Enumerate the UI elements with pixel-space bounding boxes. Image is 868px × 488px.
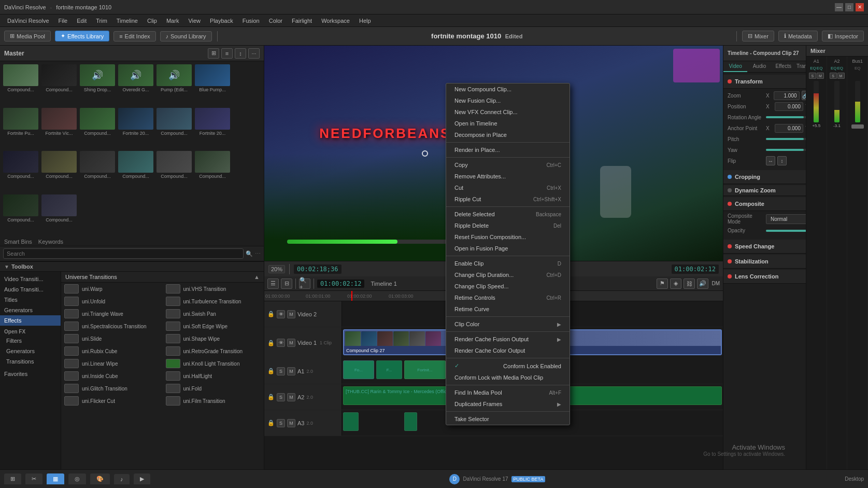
ctx-enable-clip[interactable]: Enable ClipD	[446, 258, 570, 269]
menu-workspace[interactable]: Workspace	[317, 17, 354, 25]
list-item[interactable]: uni.Unfold	[61, 295, 163, 308]
track-lock-icon-v1[interactable]: 🔒	[267, 340, 275, 346]
menu-mark[interactable]: Mark	[162, 17, 183, 25]
ctx-new-compound-clip[interactable]: New Compound Clip...	[446, 83, 570, 95]
ctx-new-fusion-clip[interactable]: New Fusion Clip...	[446, 95, 570, 106]
ctx-render-cache-color[interactable]: Render Cache Color Output	[446, 345, 570, 356]
search-input[interactable]	[3, 248, 244, 259]
ctx-conform-lock-media-pool[interactable]: Conform Lock with Media Pool Clip	[446, 372, 570, 383]
tab-effects[interactable]: Effects	[772, 61, 795, 72]
ctx-copy[interactable]: CopyCtrl+C	[446, 159, 570, 171]
list-item[interactable]: uni.Flicker Cut	[61, 395, 163, 407]
ctx-find-in-media-pool[interactable]: Find In Media PoolAlt+F	[446, 387, 570, 398]
ctx-take-selector[interactable]: Take Selector	[446, 413, 570, 425]
m-btn-a1[interactable]: M	[817, 73, 824, 79]
list-item[interactable]: uni.Turbulence Transition	[163, 295, 264, 308]
media-pool-sort-btn[interactable]: ↕	[235, 48, 246, 59]
list-item[interactable]: 🔊 Overedit G...	[117, 63, 154, 106]
list-item[interactable]: Compound...	[2, 63, 39, 106]
ctx-change-duration[interactable]: Change Clip Duration...Ctrl+D	[446, 269, 570, 281]
list-item[interactable]: Compound...	[194, 150, 231, 192]
media-pool-list-btn[interactable]: ≡	[221, 48, 233, 59]
smart-bins-label[interactable]: Smart Bins	[4, 239, 32, 245]
list-item[interactable]: uni.RetroGrade Transition	[163, 345, 264, 357]
audio-clip-a3[interactable]	[343, 412, 359, 431]
list-item[interactable]: uni.Knoll Light Transition	[163, 357, 264, 370]
universe-close-icon[interactable]: ▲	[254, 274, 260, 280]
ctx-decompose[interactable]: Decompose in Place	[446, 129, 570, 141]
list-item[interactable]: uni.Warp	[61, 283, 163, 295]
list-item[interactable]: uni.Swish Pan	[163, 308, 264, 320]
menu-edit[interactable]: Edit	[73, 17, 91, 25]
list-item[interactable]: uni.HalfLight	[163, 370, 264, 382]
eq-btn-a1[interactable]: EQ	[810, 66, 816, 71]
menu-help[interactable]: Help	[355, 17, 375, 25]
effects-library-button[interactable]: ✦ Effects Library	[55, 31, 109, 41]
list-item[interactable]: Compound...	[79, 150, 116, 192]
sidebar-item-video-transitions[interactable]: Video Transiti...	[0, 274, 61, 284]
ctx-ripple-delete[interactable]: Ripple DeleteDel	[446, 220, 570, 231]
tab-media[interactable]: ⊞	[4, 473, 21, 484]
tab-deliver[interactable]: ▶	[134, 473, 150, 484]
sidebar-item-transitions[interactable]: Transitions	[0, 356, 61, 367]
track-m-btn-a2[interactable]: M	[287, 393, 295, 401]
list-item[interactable]: Blue Pump...	[194, 63, 231, 106]
list-item[interactable]: uni.Soft Edge Wipe	[163, 320, 264, 332]
tl-flag-btn[interactable]: ⚑	[657, 278, 668, 289]
track-mute-btn-v2[interactable]: M	[287, 310, 295, 318]
menu-clip[interactable]: Clip	[143, 17, 161, 25]
timeline-zoom-in-btn[interactable]: 🔍+	[299, 278, 310, 289]
menu-color[interactable]: Color	[265, 17, 287, 25]
edit-index-button[interactable]: ≡ Edit Index	[113, 31, 155, 41]
toolbox-header[interactable]: ▼ Toolbox	[0, 262, 264, 272]
audio-clip-a3-2[interactable]	[404, 412, 417, 431]
ctx-conform-lock-enabled[interactable]: ✓Conform Lock Enabled	[446, 360, 570, 372]
ctx-change-speed[interactable]: Change Clip Speed...	[446, 281, 570, 292]
list-item[interactable]: Compound...	[40, 63, 78, 106]
tab-fairlight[interactable]: ♪	[114, 474, 130, 484]
list-item[interactable]: Compound...	[155, 150, 193, 192]
list-item[interactable]: Compound...	[2, 193, 39, 236]
sound-library-button[interactable]: ♪ Sound Library	[160, 31, 212, 41]
tl-marker-btn[interactable]: ◈	[670, 278, 681, 289]
ctx-render-in-place[interactable]: Render in Place...	[446, 144, 570, 156]
list-item[interactable]: Fortnite 20...	[194, 107, 231, 149]
list-item[interactable]: Compound...	[155, 107, 193, 149]
sidebar-item-favorites[interactable]: Favorites	[0, 369, 61, 379]
m-btn-a2[interactable]: M	[837, 73, 845, 79]
maximize-button[interactable]: □	[845, 3, 853, 11]
menu-fusion[interactable]: Fusion	[238, 17, 264, 25]
mixer-button[interactable]: ⊟ Mixer	[742, 31, 774, 41]
list-item[interactable]: Compound...	[117, 150, 154, 192]
ctx-cut[interactable]: CutCtrl+X	[446, 182, 570, 193]
track-eye-btn-v2[interactable]: 👁	[277, 310, 285, 318]
menu-davinci[interactable]: DaVinci Resolve	[3, 17, 53, 25]
sidebar-item-effects[interactable]: Effects	[0, 315, 61, 326]
tab-color[interactable]: 🎨	[90, 473, 110, 484]
s-btn-a1[interactable]: S	[809, 73, 816, 79]
menu-fairlight[interactable]: Fairlight	[288, 17, 316, 25]
list-item[interactable]: uni.Shape Wipe	[163, 332, 264, 345]
ctx-duplicated-frames[interactable]: Duplicated Frames▶	[446, 398, 570, 410]
list-item[interactable]: uni.VHS Transition	[163, 283, 264, 295]
list-item[interactable]: Fortnite Vic...	[40, 107, 78, 149]
track-lock-icon[interactable]: 🔒	[267, 311, 275, 317]
eq-btn-a2[interactable]: EQ	[831, 66, 837, 71]
list-item[interactable]: Compound...	[40, 193, 78, 236]
zoom-x-value[interactable]: 1.000	[774, 91, 799, 100]
ctx-render-cache-fusion[interactable]: Render Cache Fusion Output▶	[446, 333, 570, 345]
keywords-label[interactable]: Keywords	[38, 239, 63, 245]
timeline-menu-btn[interactable]: ☰	[267, 278, 279, 289]
tab-cut[interactable]: ✂	[25, 473, 42, 484]
ctx-remove-attributes[interactable]: Remove Attributes...	[446, 171, 570, 182]
track-s-btn-a2[interactable]: S	[277, 393, 285, 401]
media-pool-more-btn[interactable]: ···	[248, 48, 260, 59]
list-item[interactable]: 🔊 Pump (Edit...	[155, 63, 193, 106]
ctx-ripple-cut[interactable]: Ripple CutCtrl+Shift+X	[446, 193, 570, 205]
sidebar-item-audio-transitions[interactable]: Audio Transiti...	[0, 284, 61, 295]
track-mute-btn-v1[interactable]: M	[287, 339, 295, 347]
position-x-value[interactable]: 0.000	[775, 102, 803, 111]
flip-v-btn[interactable]: ↕	[777, 156, 787, 165]
sidebar-item-filters[interactable]: Filters	[0, 336, 61, 346]
zoom-label[interactable]: 20%	[268, 265, 285, 273]
